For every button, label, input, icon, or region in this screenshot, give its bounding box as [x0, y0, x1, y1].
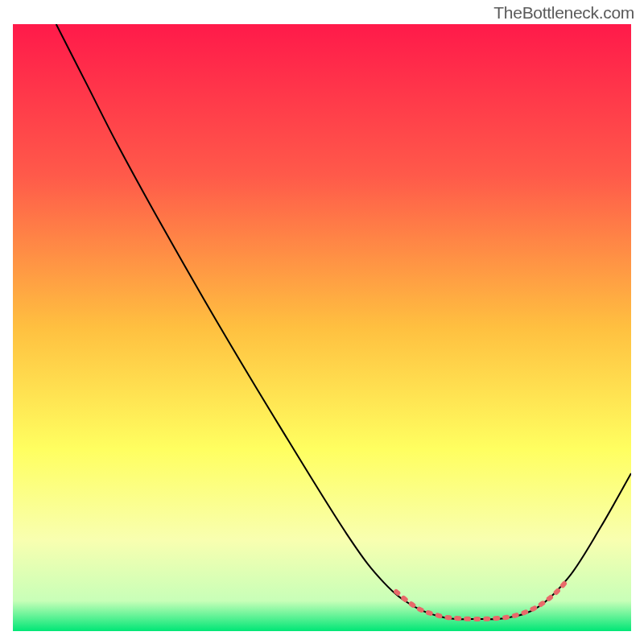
gradient-background: [13, 24, 631, 631]
watermark-text: TheBottleneck.com: [493, 3, 634, 23]
chart-plot: [13, 24, 631, 631]
chart-svg: [13, 24, 631, 631]
